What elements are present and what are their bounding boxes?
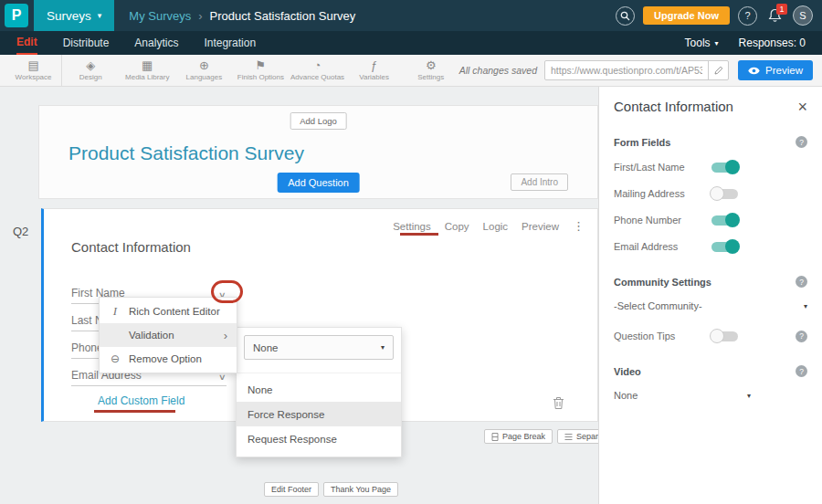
community-select-value: -Select Community- bbox=[614, 300, 702, 311]
toggle-knob bbox=[725, 160, 740, 174]
phone-number-toggle[interactable] bbox=[711, 215, 738, 226]
community-settings-help-icon[interactable]: ? bbox=[796, 276, 807, 288]
field-options-menu: I Rich Content Editor Validation › ⊖ Rem… bbox=[99, 297, 237, 373]
workspace-icon: ▤ bbox=[27, 59, 38, 72]
toolbar-item-workspace[interactable]: ▤ Workspace bbox=[5, 55, 62, 87]
toggle-knob bbox=[710, 186, 724, 201]
breadcrumb-separator-icon: › bbox=[198, 9, 202, 23]
menu-validation[interactable]: Validation › bbox=[100, 323, 237, 347]
upgrade-now-button[interactable]: Upgrade Now bbox=[643, 6, 730, 25]
question-settings-link[interactable]: Settings bbox=[393, 221, 431, 232]
toolbar-item-languages[interactable]: ⊕ Languages bbox=[175, 55, 232, 87]
video-help-icon[interactable]: ? bbox=[796, 365, 807, 377]
responses-count: Responses: 0 bbox=[739, 37, 806, 49]
tab-analytics[interactable]: Analytics bbox=[134, 31, 178, 55]
notifications-button[interactable]: 1 bbox=[768, 8, 782, 23]
surveys-label: Surveys bbox=[47, 9, 91, 23]
caret-down-icon: ▾ bbox=[715, 39, 719, 47]
preview-label: Preview bbox=[765, 65, 803, 76]
toolbar-item-variables[interactable]: ƒ Variables bbox=[346, 55, 403, 87]
toggle-label: Phone Number bbox=[614, 215, 711, 226]
toolbar-item-advance-quotas[interactable]: ◔ Advance Quotas bbox=[289, 55, 345, 87]
question-mark-icon: ? bbox=[744, 10, 750, 21]
tab-integration[interactable]: Integration bbox=[204, 31, 256, 55]
question-number: Q2 bbox=[13, 225, 28, 238]
question-tips-help-icon[interactable]: ? bbox=[796, 331, 807, 342]
toggle-label: Email Address bbox=[614, 241, 711, 252]
toggle-row-first-last-name: First/Last Name bbox=[614, 160, 807, 174]
video-label: Video bbox=[614, 366, 641, 377]
community-select[interactable]: -Select Community- ▾ bbox=[614, 300, 807, 314]
help-button[interactable]: ? bbox=[738, 6, 757, 26]
search-icon bbox=[620, 11, 630, 21]
email-address-toggle[interactable] bbox=[711, 242, 738, 252]
surveys-menu[interactable]: Surveys ▾ bbox=[34, 0, 114, 31]
toolbar-label: Finish Options bbox=[237, 73, 284, 81]
tab-distribute[interactable]: Distribute bbox=[63, 31, 110, 55]
design-icon: ◈ bbox=[86, 59, 95, 72]
thank-you-page-button[interactable]: Thank You Page bbox=[323, 482, 398, 497]
add-custom-field-link[interactable]: Add Custom Field bbox=[98, 394, 184, 407]
more-options-icon[interactable]: ⋮ bbox=[573, 219, 585, 233]
close-panel-button[interactable]: × bbox=[797, 100, 807, 113]
add-logo-button[interactable]: Add Logo bbox=[290, 112, 347, 130]
thank-you-page-label: Thank You Page bbox=[331, 485, 391, 494]
mailing-address-toggle[interactable] bbox=[711, 189, 738, 199]
edit-url-button[interactable] bbox=[708, 61, 728, 79]
nav-right: Tools ▾ Responses: 0 bbox=[685, 37, 806, 49]
breadcrumb-my-surveys[interactable]: My Surveys bbox=[129, 9, 191, 23]
notification-badge: 1 bbox=[776, 4, 787, 15]
option-none[interactable]: None bbox=[237, 377, 401, 402]
tools-menu[interactable]: Tools ▾ bbox=[685, 37, 719, 49]
questionpro-logo[interactable]: P bbox=[5, 4, 28, 27]
survey-url-input[interactable] bbox=[545, 65, 708, 76]
option-force-response[interactable]: Force Response bbox=[237, 402, 401, 426]
option-request-response[interactable]: Request Response bbox=[237, 426, 401, 451]
add-intro-button[interactable]: Add Intro bbox=[511, 173, 568, 191]
form-fields-help-icon[interactable]: ? bbox=[796, 136, 807, 148]
caret-down-icon: ▾ bbox=[804, 302, 807, 310]
page-break-button[interactable]: Page Break bbox=[484, 429, 553, 444]
community-settings-label: Community Settings bbox=[614, 277, 711, 288]
toolbar-label: Settings bbox=[417, 73, 444, 81]
delete-question-button[interactable] bbox=[553, 396, 564, 410]
page-break-label: Page Break bbox=[502, 432, 545, 441]
toolbar-label: Workspace bbox=[16, 73, 52, 81]
menu-remove-option[interactable]: ⊖ Remove Option bbox=[100, 347, 237, 371]
question-copy-link[interactable]: Copy bbox=[445, 221, 469, 232]
toolbar-item-design[interactable]: ◈ Design bbox=[62, 55, 119, 87]
toolbar-label: Media Library bbox=[125, 73, 169, 81]
first-last-name-toggle[interactable] bbox=[711, 163, 738, 173]
question-tips-toggle[interactable] bbox=[711, 331, 738, 341]
question-settings-panel: Contact Information × Form Fields ? Firs… bbox=[598, 87, 822, 504]
user-avatar[interactable]: S bbox=[793, 5, 813, 26]
validation-select[interactable]: None ▾ bbox=[244, 335, 394, 360]
languages-icon: ⊕ bbox=[199, 59, 209, 72]
toolbar-item-settings[interactable]: ⚙ Settings bbox=[403, 55, 459, 87]
survey-footer-row: Edit Footer Thank You Page bbox=[264, 482, 398, 497]
gear-icon: ⚙ bbox=[426, 59, 437, 72]
panel-header: Contact Information × bbox=[614, 99, 807, 114]
submenu-arrow-icon: › bbox=[224, 329, 227, 342]
add-question-button[interactable]: Add Question bbox=[277, 173, 360, 193]
header-actions: Upgrade Now ? 1 S bbox=[616, 5, 822, 26]
toggle-knob bbox=[725, 213, 740, 227]
question-preview-link[interactable]: Preview bbox=[522, 221, 559, 232]
separator-icon bbox=[564, 433, 573, 441]
preview-button[interactable]: Preview bbox=[738, 60, 813, 80]
video-select[interactable]: None ▾ bbox=[614, 390, 751, 404]
toolbar-label: Variables bbox=[359, 73, 389, 81]
question-logic-link[interactable]: Logic bbox=[483, 221, 509, 232]
toolbar-item-media-library[interactable]: ▦ Media Library bbox=[119, 55, 175, 87]
menu-rich-content-editor[interactable]: I Rich Content Editor bbox=[100, 299, 237, 323]
edit-footer-button[interactable]: Edit Footer bbox=[264, 482, 319, 497]
panel-title: Contact Information bbox=[614, 99, 733, 114]
toggle-row-email-address: Email Address bbox=[614, 239, 807, 254]
email-options-caret-icon[interactable]: ∨ bbox=[218, 373, 227, 382]
community-settings-section: Community Settings ? bbox=[614, 276, 807, 288]
advance-quotas-icon: ◔ bbox=[314, 59, 321, 72]
search-button[interactable] bbox=[616, 6, 635, 26]
tab-edit[interactable]: Edit bbox=[16, 31, 37, 55]
toolbar-item-finish-options[interactable]: ⚑ Finish Options bbox=[232, 55, 289, 87]
eye-icon bbox=[748, 67, 760, 75]
